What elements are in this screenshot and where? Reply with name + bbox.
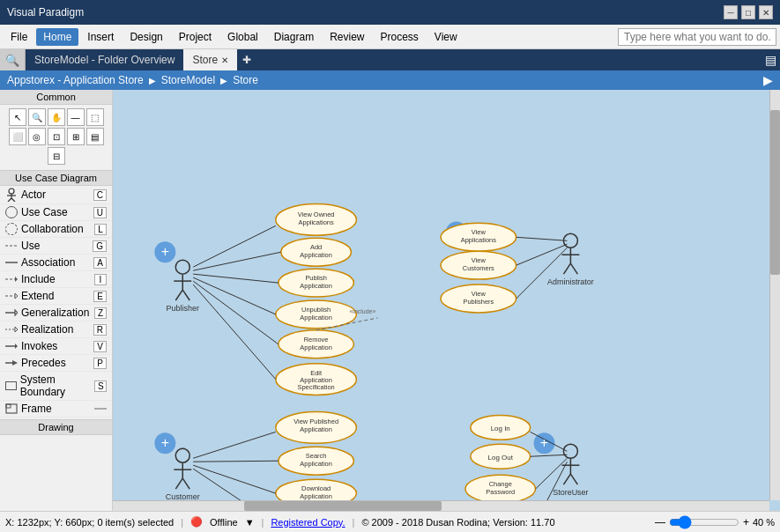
svg-line-4 — [11, 198, 15, 202]
sidebar-item-realization[interactable]: Realization R — [0, 321, 112, 338]
line-customer-uc11 — [193, 461, 279, 462]
svg-marker-8 — [15, 277, 18, 282]
sidebar-item-include[interactable]: Include I — [0, 271, 112, 288]
tool-6[interactable]: ⊞ — [67, 128, 85, 145]
breadcrumb-nav-arrow[interactable]: ▶ — [763, 73, 773, 87]
breadcrumb-item-2[interactable]: StoreModel — [161, 74, 215, 86]
app-title: Visual Paradigm — [7, 6, 84, 18]
zoom-controls: — + 40 % — [655, 515, 775, 529]
tab-store[interactable]: Store ✕ — [183, 49, 237, 70]
menu-review[interactable]: Review — [323, 28, 371, 46]
svg-text:Search: Search — [306, 452, 327, 460]
tool-pointer[interactable]: ↖ — [9, 108, 26, 126]
horizontal-scrollbar[interactable] — [113, 500, 769, 511]
svg-point-41 — [175, 448, 189, 462]
svg-text:Change: Change — [489, 480, 512, 488]
sidebar-item-generalization[interactable]: Generalization Z — [0, 305, 112, 321]
svg-text:+: + — [161, 244, 169, 259]
menu-diagram[interactable]: Diagram — [267, 28, 321, 46]
svg-marker-10 — [15, 293, 18, 299]
actor-storeuser[interactable]: StoreUser — [553, 444, 588, 497]
sidebar-item-invokes[interactable]: Invokes V — [0, 338, 112, 355]
svg-marker-12 — [15, 310, 18, 315]
tool-2[interactable]: ⬚ — [86, 108, 104, 126]
add-button-3[interactable]: + — [154, 432, 175, 454]
svg-text:Application: Application — [300, 344, 331, 351]
add-tab-button[interactable]: ✚ — [237, 49, 256, 70]
svg-text:Log Out: Log Out — [488, 454, 514, 462]
sidebar-tools: ↖ 🔍 ✋ — ⬚ ⬜ ◎ ⊡ ⊞ ▤ ⊟ — [0, 105, 112, 168]
precedes-label: Precedes — [21, 357, 66, 369]
tool-3[interactable]: ⬜ — [9, 128, 26, 145]
svg-line-33 — [182, 290, 189, 300]
system-boundary-icon — [5, 381, 17, 390]
breadcrumb-item-1[interactable]: Appstorex - Application Store — [7, 74, 144, 86]
status-sep-2: | — [262, 517, 264, 528]
tool-7[interactable]: ▤ — [86, 128, 104, 145]
tab-close-button[interactable]: ✕ — [221, 55, 228, 65]
svg-text:View: View — [472, 256, 487, 264]
sidebar-item-extend[interactable]: Extend E — [0, 288, 112, 305]
status-bar: X: 1232px; Y: 660px; 0 item(s) selected … — [0, 511, 780, 532]
frame-key — [94, 408, 107, 410]
close-button[interactable]: ✕ — [759, 5, 773, 19]
svg-text:Unpublish: Unpublish — [301, 306, 331, 314]
tool-5[interactable]: ⊡ — [48, 128, 65, 145]
use-key: G — [93, 240, 107, 252]
system-boundary-label: System Boundary — [20, 373, 94, 398]
sidebar-item-collaboration[interactable]: Collaboration L — [0, 221, 112, 238]
search-input[interactable] — [618, 28, 776, 46]
menu-insert[interactable]: Insert — [80, 28, 121, 46]
zoom-in-button[interactable]: + — [743, 516, 749, 528]
use-icon — [5, 241, 18, 250]
actor-icon — [5, 188, 18, 202]
panel-icon[interactable]: ▤ — [765, 53, 776, 67]
zoom-slider[interactable] — [669, 515, 739, 529]
menu-file[interactable]: File — [4, 28, 34, 46]
connection-dropdown[interactable]: ▼ — [245, 517, 255, 528]
sidebar-item-association[interactable]: Association A — [0, 255, 112, 271]
svg-text:Publishers: Publishers — [463, 298, 494, 306]
breadcrumb-sep-2: ▶ — [220, 76, 227, 85]
menu-global[interactable]: Global — [220, 28, 265, 46]
sidebar-item-usecase[interactable]: Use Case U — [0, 204, 112, 221]
breadcrumb-item-3[interactable]: Store — [233, 74, 258, 86]
tool-8[interactable]: ⊟ — [48, 147, 65, 165]
menu-process[interactable]: Process — [374, 28, 426, 46]
tab-bar: 🔍 StoreModel - Folder Overview Store ✕ ✚… — [0, 49, 780, 70]
sidebar-item-actor[interactable]: Actor C — [0, 186, 112, 204]
actor-customer[interactable]: Customer — [166, 448, 200, 501]
svg-text:Publisher: Publisher — [167, 304, 199, 313]
tool-1[interactable]: — — [67, 108, 85, 126]
sidebar-item-use[interactable]: Use G — [0, 238, 112, 255]
include-key: I — [94, 274, 107, 285]
actor-label: Actor — [21, 188, 46, 201]
sidebar-item-system-boundary[interactable]: System Boundary S — [0, 372, 112, 401]
maximize-button[interactable]: □ — [741, 5, 755, 19]
line-admin-uc9 — [516, 248, 568, 299]
zoom-out-button[interactable]: — — [655, 516, 665, 528]
svg-rect-19 — [6, 404, 17, 413]
menu-project[interactable]: Project — [172, 28, 219, 46]
svg-line-45 — [182, 478, 189, 489]
sidebar-item-frame[interactable]: Frame — [0, 401, 112, 417]
sidebar-item-precedes[interactable]: Precedes P — [0, 355, 112, 372]
svg-text:Applications: Applications — [299, 218, 334, 226]
add-button-1[interactable]: + — [154, 241, 175, 262]
vertical-scrollbar[interactable] — [769, 90, 780, 500]
menu-view[interactable]: View — [427, 28, 464, 46]
tool-pan[interactable]: ✋ — [48, 108, 65, 126]
diagram-canvas[interactable]: + + + + Publisher — [113, 90, 780, 511]
tool-zoom[interactable]: 🔍 — [28, 108, 46, 126]
menu-design[interactable]: Design — [123, 28, 169, 46]
minimize-button[interactable]: ─ — [724, 5, 738, 19]
svg-line-51 — [570, 474, 577, 484]
svg-line-50 — [563, 474, 570, 484]
line-publisher-uc6 — [193, 284, 276, 380]
menu-home[interactable]: Home — [36, 28, 78, 46]
svg-text:Customers: Customers — [463, 264, 494, 272]
tab-folder-overview[interactable]: StoreModel - Folder Overview — [26, 49, 183, 70]
registered-copy-link[interactable]: Registered Copy. — [271, 517, 345, 528]
tool-4[interactable]: ◎ — [28, 128, 46, 145]
search-tab-icon[interactable]: 🔍 — [5, 54, 19, 67]
